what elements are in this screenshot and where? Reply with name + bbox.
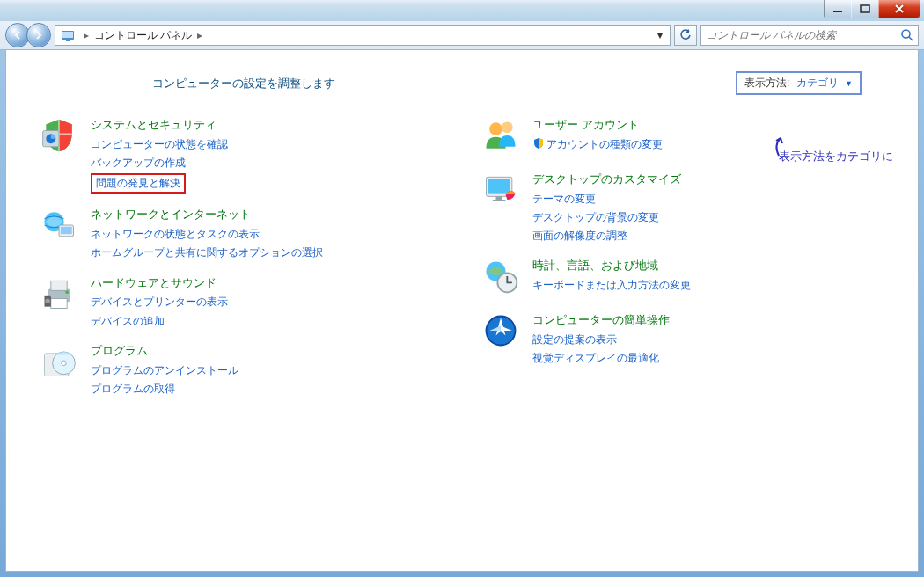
view-by-value: カテゴリ	[796, 77, 839, 89]
forward-arrow-icon	[33, 30, 44, 40]
view-by-label: 表示方法:	[744, 77, 789, 89]
users-icon	[480, 116, 522, 158]
annotation-arrow-icon	[761, 136, 788, 159]
category-link[interactable]: バックアップの作成	[91, 155, 228, 172]
view-by-selector[interactable]: 表示方法: カテゴリ ▼	[736, 71, 862, 95]
globe-network-icon	[38, 206, 80, 248]
category-link[interactable]: ホームグループと共有に関するオプションの選択	[91, 245, 323, 261]
svg-rect-26	[493, 200, 506, 201]
back-arrow-icon	[12, 30, 23, 40]
category-texts: ユーザー アカウントアカウントの種類の変更	[532, 116, 663, 158]
svg-rect-12	[51, 281, 67, 290]
category-block: コンピューターの簡単操作設定の提案の表示視覚ディスプレイの最適化	[480, 311, 886, 367]
svg-point-20	[62, 361, 67, 366]
svg-point-5	[902, 30, 910, 38]
category-title[interactable]: デスクトップのカスタマイズ	[532, 171, 681, 189]
category-texts: システムとセキュリティコンピューターの状態を確認バックアップの作成問題の発見と解…	[91, 116, 228, 194]
category-block: プログラムプログラムのアンインストールプログラムの取得	[38, 342, 444, 398]
clock-globe-icon	[480, 257, 522, 299]
breadcrumb-separator-icon: ▸	[78, 29, 94, 41]
svg-rect-1	[861, 5, 869, 12]
minimize-icon	[832, 4, 843, 13]
category-texts: プログラムプログラムのアンインストールプログラムの取得	[91, 342, 238, 398]
category-link[interactable]: プログラムの取得	[91, 381, 238, 398]
svg-rect-24	[488, 179, 510, 194]
breadcrumb-root[interactable]: コントロール パネル	[94, 28, 192, 43]
search-input[interactable]	[705, 28, 900, 42]
category-title[interactable]: ユーザー アカウント	[532, 116, 663, 135]
maximize-icon	[860, 4, 870, 13]
svg-rect-4	[66, 40, 70, 41]
category-title[interactable]: システムとセキュリティ	[91, 116, 228, 135]
category-block: 時計、言語、および地域キーボードまたは入力方法の変更	[480, 257, 886, 299]
svg-point-21	[489, 122, 502, 135]
breadcrumb-separator-icon: ▸	[192, 29, 208, 41]
category-columns: システムとセキュリティコンピューターの状態を確認バックアップの作成問題の発見と解…	[38, 116, 886, 410]
window-buttons	[824, 0, 920, 18]
category-texts: デスクトップのカスタマイズテーマの変更デスクトップの背景の変更画面の解像度の調整	[532, 171, 681, 245]
category-texts: 時計、言語、および地域キーボードまたは入力方法の変更	[532, 257, 691, 299]
window-titlebar	[0, 0, 924, 21]
printer-icon	[38, 274, 80, 317]
close-icon	[894, 4, 905, 13]
category-title[interactable]: コンピューターの簡単操作	[532, 311, 670, 330]
disc-icon	[38, 342, 80, 384]
svg-rect-0	[833, 11, 842, 12]
category-texts: ハードウェアとサウンドデバイスとプリンターの表示デバイスの追加	[91, 274, 228, 330]
content-area: コンピューターの設定を調整します 表示方法: カテゴリ ▼ システムとセキュリテ…	[5, 49, 919, 572]
category-block: システムとセキュリティコンピューターの状態を確認バックアップの作成問題の発見と解…	[38, 116, 444, 194]
category-link[interactable]: コンピューターの状態を確認	[91, 136, 228, 153]
category-block: ネットワークとインターネットネットワークの状態とタスクの表示ホームグループと共有…	[38, 206, 444, 261]
category-title[interactable]: ネットワークとインターネット	[91, 206, 323, 224]
category-link[interactable]: アカウントの種類の変更	[532, 136, 663, 153]
maximize-button[interactable]	[851, 0, 878, 18]
svg-rect-25	[496, 196, 502, 200]
annotation-text: 表示方法をカテゴリに	[779, 150, 893, 163]
refresh-icon	[679, 29, 692, 41]
category-title[interactable]: プログラム	[91, 342, 238, 361]
category-texts: ネットワークとインターネットネットワークの状態とタスクの表示ホームグループと共有…	[91, 206, 323, 261]
category-block: ハードウェアとサウンドデバイスとプリンターの表示デバイスの追加	[38, 274, 444, 330]
category-link[interactable]: ネットワークの状態とタスクの表示	[91, 226, 323, 243]
category-link[interactable]: デスクトップの背景の変更	[532, 209, 681, 226]
category-link[interactable]: 画面の解像度の調整	[532, 228, 681, 245]
category-link[interactable]: 問題の発見と解決	[91, 173, 228, 194]
category-link[interactable]: デバイスとプリンターの表示	[91, 294, 228, 310]
svg-point-22	[502, 121, 513, 133]
category-link[interactable]: キーボードまたは入力方法の変更	[532, 277, 691, 294]
category-block: デスクトップのカスタマイズテーマの変更デスクトップの背景の変更画面の解像度の調整	[480, 171, 886, 245]
search-box[interactable]	[700, 25, 919, 46]
ease-of-access-icon	[480, 311, 522, 354]
category-link[interactable]: プログラムのアンインストール	[91, 362, 238, 379]
left-column: システムとセキュリティコンピューターの状態を確認バックアップの作成問題の発見と解…	[38, 116, 444, 410]
svg-point-16	[45, 298, 50, 303]
category-title[interactable]: 時計、言語、および地域	[532, 257, 691, 275]
category-link[interactable]: 視覚ディスプレイの最適化	[532, 350, 670, 367]
page-heading: コンピューターの設定を調整します	[152, 76, 335, 91]
address-bar-row: ▸ コントロール パネル ▸ ▾	[0, 21, 924, 50]
svg-rect-3	[62, 32, 73, 38]
refresh-button[interactable]	[674, 25, 697, 46]
search-icon[interactable]	[900, 28, 914, 42]
category-link[interactable]: 設定の提案の表示	[532, 332, 670, 348]
shield-icon	[38, 116, 80, 158]
svg-point-14	[65, 290, 69, 294]
annotation: 表示方法をカテゴリに	[779, 149, 893, 164]
heading-row: コンピューターの設定を調整します 表示方法: カテゴリ ▼	[38, 71, 886, 95]
appearance-icon	[480, 171, 522, 213]
control-panel-icon	[61, 28, 75, 42]
category-title[interactable]: ハードウェアとサウンド	[91, 274, 228, 293]
chevron-down-icon: ▼	[845, 79, 853, 88]
highlighted-link[interactable]: 問題の発見と解決	[91, 173, 186, 194]
forward-button[interactable]	[26, 23, 51, 47]
category-link[interactable]: テーマの変更	[532, 191, 681, 208]
nav-buttons	[5, 23, 51, 47]
svg-rect-10	[61, 227, 72, 234]
breadcrumb-dropdown-icon[interactable]: ▾	[652, 29, 668, 41]
breadcrumb[interactable]: ▸ コントロール パネル ▸ ▾	[55, 25, 671, 46]
svg-rect-13	[51, 298, 67, 308]
minimize-button[interactable]	[825, 0, 851, 18]
category-texts: コンピューターの簡単操作設定の提案の表示視覚ディスプレイの最適化	[532, 311, 670, 367]
category-link[interactable]: デバイスの追加	[91, 313, 228, 330]
close-button[interactable]	[878, 0, 920, 18]
